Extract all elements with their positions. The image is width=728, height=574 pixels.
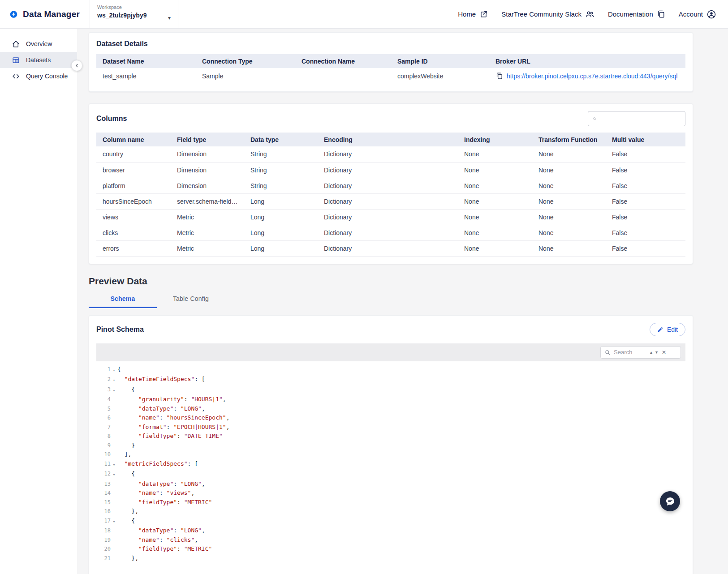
tab-schema[interactable]: Schema xyxy=(89,291,157,308)
sidebar-item-label: Overview xyxy=(26,40,52,47)
code-line: 6 "name": "hoursSinceEpoch", xyxy=(96,413,685,423)
columns-search-input[interactable] xyxy=(599,115,681,122)
nav-home[interactable]: Home xyxy=(458,10,488,18)
app-logo[interactable]: Data Manager xyxy=(0,0,90,28)
nav-slack-label: StarTree Community Slack xyxy=(501,10,582,18)
code-line: 8 "fieldType": "DATE_TIME" xyxy=(96,432,685,441)
code-line: 5 "dataType": "LONG", xyxy=(96,404,685,414)
code-text: }, xyxy=(117,507,138,516)
fold-toggle-icon[interactable]: ▾ xyxy=(111,516,117,527)
top-nav: Home StarTree Community Slack Documentat… xyxy=(458,0,728,28)
fold-toggle-icon[interactable]: ▾ xyxy=(111,385,117,395)
preview-data-title: Preview Data xyxy=(89,276,693,287)
code-text: { xyxy=(117,516,135,527)
table-cell: Metric xyxy=(171,209,244,225)
fold-spacer xyxy=(111,395,117,404)
table-cell: None xyxy=(532,162,606,178)
app-title: Data Manager xyxy=(23,9,80,19)
sidebar: Overview Datasets Query Console xyxy=(0,29,77,574)
table-cell: None xyxy=(458,209,532,225)
column-header: Multi value xyxy=(606,133,685,146)
pinot-schema-title: Pinot Schema xyxy=(96,326,144,334)
code-text: "dateTimeFieldSpecs": [ xyxy=(117,375,205,385)
code-line: 17▾ { xyxy=(96,516,685,527)
edit-button[interactable]: Edit xyxy=(650,323,685,336)
code-line: 7 "format": "EPOCH|HOURS|1", xyxy=(96,423,685,432)
table-cell: Dictionary xyxy=(318,240,458,256)
line-number: 7 xyxy=(96,423,111,432)
table-cell: server.schema-field-ty... xyxy=(171,193,244,209)
sidebar-collapse-button[interactable] xyxy=(71,60,82,71)
sidebar-item-overview[interactable]: Overview xyxy=(0,36,77,52)
table-header-row: Dataset Name Connection Type Connection … xyxy=(96,54,685,68)
pinot-schema-card: Pinot Schema Edit ▴ ▾ ✕ xyxy=(89,315,693,574)
broker-url-link[interactable]: https://broker.pinot.celpxu.cp.s7e.start… xyxy=(507,73,677,80)
code-line: 13 "dataType": "LONG", xyxy=(96,480,685,489)
code-text: "name": "hoursSinceEpoch", xyxy=(117,413,229,423)
sidebar-item-datasets[interactable]: Datasets xyxy=(0,52,77,68)
nav-community-slack[interactable]: StarTree Community Slack xyxy=(501,9,594,19)
copy-icon[interactable] xyxy=(495,72,503,80)
nav-documentation[interactable]: Documentation xyxy=(608,10,665,18)
table-cell: None xyxy=(458,146,532,162)
dataset-name-cell: test_sample xyxy=(96,68,196,84)
table-cell: Metric xyxy=(171,240,244,256)
code-line: 12▾ { xyxy=(96,469,685,480)
fold-spacer xyxy=(111,544,117,554)
workspace-selector[interactable]: Workspace ws_2tulz9pjyby9 ▾ xyxy=(90,0,178,28)
fold-spacer xyxy=(111,554,117,563)
code-editor[interactable]: 1▾{2▾ "dateTimeFieldSpecs": [3▾ {4 "gran… xyxy=(96,361,685,572)
code-text: "name": "views", xyxy=(117,488,194,498)
pencil-icon xyxy=(657,326,663,333)
table-cell: None xyxy=(532,193,606,209)
tab-table-config[interactable]: Table Config xyxy=(157,291,225,308)
code-search: ▴ ▾ ✕ xyxy=(600,346,681,359)
table-cell: False xyxy=(606,178,685,193)
fold-spacer xyxy=(111,480,117,489)
line-number: 18 xyxy=(96,526,111,535)
column-header: Transform Function xyxy=(532,133,606,146)
fold-spacer xyxy=(111,413,117,423)
main-content: Dataset Details Dataset Name Connection … xyxy=(77,29,728,574)
search-next-icon[interactable]: ▾ xyxy=(655,350,658,355)
table-row: browserDimensionStringDictionaryNoneNone… xyxy=(96,162,685,178)
columns-table-body: countryDimensionStringDictionaryNoneNone… xyxy=(96,146,685,256)
table-cell: errors xyxy=(96,240,171,256)
code-line: 4 "granularity": "HOURS|1", xyxy=(96,395,685,404)
table-cell: None xyxy=(532,209,606,225)
table-cell: Dictionary xyxy=(318,209,458,225)
line-number: 8 xyxy=(96,432,111,441)
search-prev-icon[interactable]: ▴ xyxy=(650,350,652,355)
table-cell: Dimension xyxy=(171,162,244,178)
table-header-row: Column name Field type Data type Encodin… xyxy=(96,133,685,146)
table-cell: country xyxy=(96,146,171,162)
table-cell: browser xyxy=(96,162,171,178)
fold-toggle-icon[interactable]: ▾ xyxy=(111,459,117,470)
column-header: Connection Name xyxy=(295,54,391,68)
sidebar-item-label: Query Console xyxy=(26,73,68,80)
nav-account[interactable]: Account xyxy=(679,9,716,19)
fold-toggle-icon[interactable]: ▾ xyxy=(111,469,117,480)
table-cell: False xyxy=(606,146,685,162)
code-line: 14 "name": "views", xyxy=(96,488,685,498)
code-line: 15 "fieldType": "METRIC" xyxy=(96,498,685,507)
fold-toggle-icon[interactable]: ▾ xyxy=(111,365,117,375)
line-number: 11 xyxy=(96,459,111,470)
sidebar-item-query-console[interactable]: Query Console xyxy=(0,68,77,84)
search-icon xyxy=(604,349,611,356)
code-search-input[interactable] xyxy=(614,349,647,356)
support-chat-button[interactable] xyxy=(660,491,680,511)
code-text: "dataType": "LONG", xyxy=(117,480,205,489)
table-cell: False xyxy=(606,209,685,225)
table-cell: String xyxy=(244,162,318,178)
fold-toggle-icon[interactable]: ▾ xyxy=(111,375,117,385)
column-header: Field type xyxy=(171,133,244,146)
edit-button-label: Edit xyxy=(667,326,678,333)
workspace-value: ws_2tulz9pjyby9 xyxy=(97,12,171,19)
table-cell: Long xyxy=(244,240,318,256)
close-icon[interactable]: ✕ xyxy=(662,350,666,355)
table-cell: None xyxy=(532,178,606,193)
fold-spacer xyxy=(111,423,117,432)
table-cell: Dictionary xyxy=(318,146,458,162)
code-text: }, xyxy=(117,554,138,563)
